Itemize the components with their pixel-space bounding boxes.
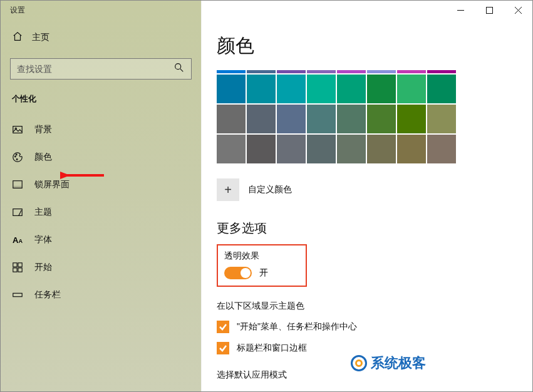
svg-rect-17 [18,268,22,272]
color-swatch[interactable] [367,75,396,103]
svg-point-8 [15,156,16,157]
color-swatch[interactable] [337,75,366,103]
color-swatch[interactable] [427,105,456,133]
sidebar-item-label: 主题 [34,207,52,218]
color-swatch-thin[interactable] [397,70,426,73]
checkbox-start-taskbar[interactable] [217,321,229,333]
color-swatch-thin[interactable] [367,70,396,73]
window-controls [446,1,532,19]
sidebar-item-colors[interactable]: 颜色 [1,143,201,171]
watermark: 系统极客 [351,354,426,373]
color-swatch[interactable] [217,105,246,133]
custom-color-label: 自定义颜色 [248,184,292,195]
color-swatch[interactable] [397,135,426,163]
maximize-button[interactable] [475,1,504,19]
color-swatch[interactable] [277,135,306,163]
svg-rect-6 [13,126,22,133]
window-title: 设置 [10,1,25,19]
svg-rect-12 [13,186,22,188]
svg-point-7 [15,128,16,129]
checkbox-row-start: "开始"菜单、任务栏和操作中心 [217,321,532,333]
watermark-icon [351,355,367,371]
sidebar-item-label: 颜色 [34,152,52,163]
content-area: 颜色 + 自定义颜色 更多选项 透明效果 开 在以下区域显示主题色 "开始"菜单… [201,1,532,391]
start-icon [12,262,23,273]
color-swatch[interactable] [367,135,396,163]
color-swatch-thin[interactable] [337,70,366,73]
sidebar-item-start[interactable]: 开始 [1,254,201,281]
sidebar-item-themes[interactable]: 主题 [1,199,201,226]
color-swatch[interactable] [307,75,336,103]
color-swatch[interactable] [397,75,426,103]
color-swatch[interactable] [397,105,426,133]
sidebar-home-label: 主页 [32,32,49,43]
checkbox-titlebar[interactable] [217,342,229,354]
color-swatch[interactable] [247,105,276,133]
color-swatch[interactable] [247,135,276,163]
svg-line-5 [180,69,184,72]
color-swatch[interactable] [337,105,366,133]
color-swatch-grid [217,70,532,163]
picture-icon [12,124,23,135]
sidebar-item-label: 任务栏 [34,289,61,301]
sidebar-item-label: 背景 [34,124,52,135]
transparency-highlight-box: 透明效果 开 [217,244,307,287]
color-swatch-thin[interactable] [277,70,306,73]
color-swatch[interactable] [427,75,456,103]
color-swatch[interactable] [277,105,306,133]
color-swatch-thin[interactable] [427,70,456,73]
color-swatch[interactable] [217,75,246,103]
sidebar-section-header: 个性化 [1,91,201,116]
svg-rect-14 [13,263,17,267]
custom-color-row: + 自定义颜色 [217,178,532,201]
theme-icon [12,207,23,218]
accent-area-header: 在以下区域显示主题色 [217,301,532,312]
sidebar: 主页 个性化 背景 颜色 锁屏界面 主题 AA 字体 开始 任务栏 [1,1,201,391]
svg-point-10 [16,159,18,160]
svg-point-9 [16,154,17,155]
sidebar-item-taskbar[interactable]: 任务栏 [1,281,201,309]
sidebar-item-label: 字体 [34,234,52,245]
sidebar-item-fonts[interactable]: AA 字体 [1,226,201,254]
color-swatch[interactable] [367,105,396,133]
svg-rect-16 [13,268,17,272]
color-swatch[interactable] [247,75,276,103]
color-swatch-thin[interactable] [247,70,276,73]
color-swatch[interactable] [217,135,246,163]
sidebar-home[interactable]: 主页 [1,23,201,52]
font-icon: AA [12,234,23,245]
close-button[interactable] [504,1,532,19]
color-swatch[interactable] [337,135,366,163]
svg-rect-18 [13,293,22,296]
more-options-header: 更多选项 [217,220,532,237]
sidebar-item-lockscreen[interactable]: 锁屏界面 [1,171,201,199]
svg-point-4 [175,64,181,70]
home-icon [12,31,23,44]
minimize-button[interactable] [446,1,475,19]
sidebar-item-background[interactable]: 背景 [1,116,201,143]
svg-rect-1 [486,7,492,13]
color-swatch-thin[interactable] [307,70,336,73]
transparency-label: 透明效果 [224,250,268,262]
page-title: 颜色 [217,33,532,59]
color-swatch[interactable] [307,105,336,133]
search-box[interactable] [10,58,192,80]
search-icon [173,62,185,76]
color-swatch[interactable] [427,135,456,163]
search-input[interactable] [17,64,173,74]
transparency-toggle[interactable] [224,267,252,279]
color-swatch[interactable] [277,75,306,103]
sidebar-item-label: 锁屏界面 [34,179,70,190]
color-swatch-thin[interactable] [217,70,246,73]
svg-rect-15 [18,263,22,267]
color-swatch[interactable] [307,135,336,163]
checkbox-row-titlebar: 标题栏和窗口边框 [217,342,532,354]
sidebar-item-label: 开始 [34,262,52,273]
custom-color-button[interactable]: + [217,178,239,201]
transparency-state: 开 [259,267,268,279]
lockscreen-icon [12,179,23,190]
taskbar-icon [12,289,23,301]
palette-icon [12,152,23,163]
watermark-text: 系统极客 [371,354,426,373]
checkbox-label: 标题栏和窗口边框 [237,343,307,354]
